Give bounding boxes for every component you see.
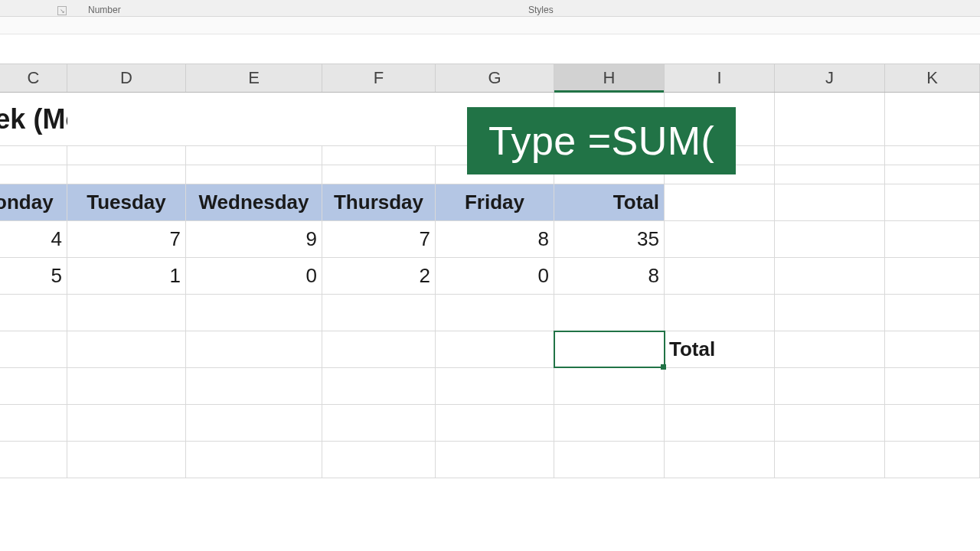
cell[interactable] xyxy=(554,442,665,478)
cell[interactable] xyxy=(775,442,885,478)
cell[interactable] xyxy=(67,331,186,367)
cell-thu[interactable]: 2 xyxy=(322,258,436,294)
cell[interactable] xyxy=(0,331,67,367)
cell[interactable] xyxy=(186,93,322,145)
cell[interactable] xyxy=(775,258,885,294)
cell-mon[interactable]: 4 xyxy=(0,221,67,257)
header-thursday[interactable]: Thursday xyxy=(322,184,436,220)
cell[interactable] xyxy=(665,405,775,441)
cell-total[interactable]: 35 xyxy=(554,221,665,257)
cell[interactable] xyxy=(186,331,322,367)
cell-mon[interactable]: 5 xyxy=(0,258,67,294)
cell[interactable] xyxy=(775,184,885,220)
cell[interactable] xyxy=(0,405,67,441)
cell-tue[interactable]: 7 xyxy=(67,221,186,257)
cell[interactable] xyxy=(322,165,436,184)
cell[interactable] xyxy=(775,295,885,331)
formula-bar-area[interactable] xyxy=(0,17,980,34)
cell[interactable] xyxy=(885,442,980,478)
cell[interactable] xyxy=(885,221,980,257)
cell-wed[interactable]: 9 xyxy=(186,221,322,257)
cell[interactable] xyxy=(0,442,67,478)
cell[interactable] xyxy=(885,258,980,294)
cell[interactable] xyxy=(885,93,980,145)
cell[interactable] xyxy=(322,295,436,331)
cell[interactable] xyxy=(665,258,775,294)
cell[interactable] xyxy=(885,405,980,441)
cell[interactable] xyxy=(554,368,665,404)
cell[interactable] xyxy=(0,146,67,165)
cell[interactable] xyxy=(322,146,436,165)
cell[interactable] xyxy=(67,146,186,165)
cell[interactable] xyxy=(554,405,665,441)
cell[interactable] xyxy=(665,221,775,257)
cell[interactable] xyxy=(885,331,980,367)
cell[interactable] xyxy=(0,165,67,184)
cell-tue[interactable]: 1 xyxy=(67,258,186,294)
cell[interactable] xyxy=(775,331,885,367)
column-header-I[interactable]: I xyxy=(665,64,775,92)
cell[interactable] xyxy=(67,405,186,441)
cell[interactable] xyxy=(186,368,322,404)
cell[interactable] xyxy=(0,295,67,331)
cell[interactable] xyxy=(186,165,322,184)
cell[interactable] xyxy=(665,442,775,478)
cell[interactable] xyxy=(665,184,775,220)
cell[interactable] xyxy=(885,184,980,220)
cell[interactable] xyxy=(665,368,775,404)
column-header-E[interactable]: E xyxy=(186,64,322,92)
cell[interactable] xyxy=(436,442,554,478)
active-cell[interactable] xyxy=(554,331,665,367)
header-monday[interactable]: Monday xyxy=(0,184,67,220)
cell[interactable] xyxy=(186,442,322,478)
cell[interactable] xyxy=(67,368,186,404)
cell[interactable] xyxy=(885,146,980,165)
cell-fri[interactable]: 8 xyxy=(436,221,554,257)
cell[interactable] xyxy=(186,405,322,441)
cell[interactable] xyxy=(436,331,554,367)
cell[interactable] xyxy=(67,93,186,145)
header-friday[interactable]: Friday xyxy=(436,184,554,220)
column-header-H[interactable]: H xyxy=(554,64,665,92)
cell[interactable] xyxy=(775,368,885,404)
cell[interactable] xyxy=(775,146,885,165)
cell[interactable] xyxy=(67,295,186,331)
column-header-D[interactable]: D xyxy=(67,64,186,92)
cell[interactable] xyxy=(885,295,980,331)
cell[interactable] xyxy=(322,405,436,441)
cell[interactable] xyxy=(0,368,67,404)
cell-wed[interactable]: 0 xyxy=(186,258,322,294)
cell[interactable] xyxy=(436,295,554,331)
cell[interactable] xyxy=(775,405,885,441)
cell[interactable] xyxy=(436,405,554,441)
cell[interactable] xyxy=(322,368,436,404)
cell[interactable] xyxy=(885,368,980,404)
cell[interactable] xyxy=(665,295,775,331)
header-tuesday[interactable]: Tuesday xyxy=(67,184,186,220)
column-header-C[interactable]: C xyxy=(0,64,67,92)
title-cell[interactable]: Week (Monday): 04/21/2018) xyxy=(0,93,67,145)
column-header-J[interactable]: J xyxy=(775,64,885,92)
total-label-cell[interactable]: Total xyxy=(665,331,775,367)
cell[interactable] xyxy=(322,93,436,145)
cell[interactable] xyxy=(775,221,885,257)
cell[interactable] xyxy=(436,368,554,404)
cell[interactable] xyxy=(322,331,436,367)
column-header-G[interactable]: G xyxy=(436,64,554,92)
cell-total[interactable]: 8 xyxy=(554,258,665,294)
cell[interactable] xyxy=(775,93,885,145)
cell[interactable] xyxy=(554,295,665,331)
cell[interactable] xyxy=(885,165,980,184)
dialog-launcher-icon[interactable]: ↘ xyxy=(57,6,67,15)
cell[interactable] xyxy=(67,442,186,478)
cell-thu[interactable]: 7 xyxy=(322,221,436,257)
cell[interactable] xyxy=(775,165,885,184)
header-wednesday[interactable]: Wednesday xyxy=(186,184,322,220)
column-header-F[interactable]: F xyxy=(322,64,436,92)
cell[interactable] xyxy=(186,295,322,331)
column-header-K[interactable]: K xyxy=(885,64,980,92)
header-total[interactable]: Total xyxy=(554,184,665,220)
cell-fri[interactable]: 0 xyxy=(436,258,554,294)
cell[interactable] xyxy=(186,146,322,165)
cell[interactable] xyxy=(67,165,186,184)
